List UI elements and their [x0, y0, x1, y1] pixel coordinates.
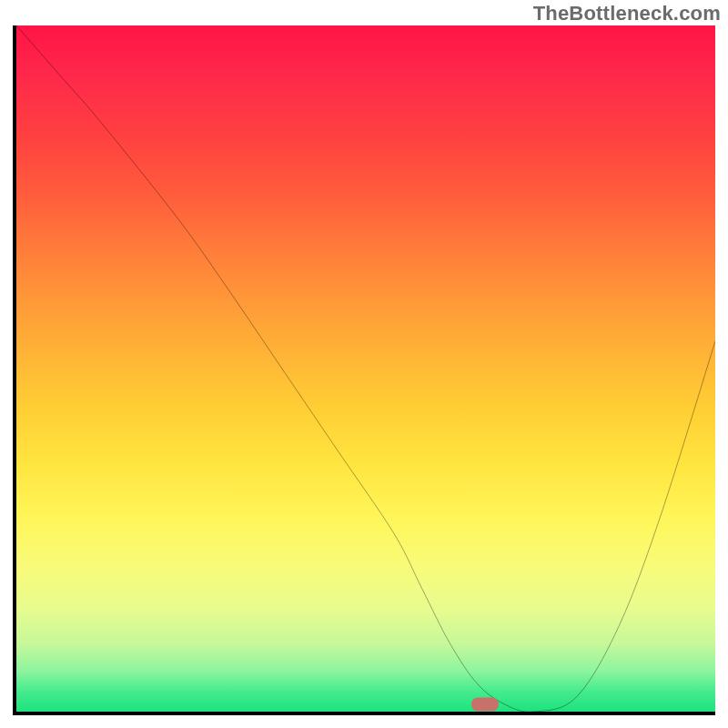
bottleneck-line [16, 25, 715, 712]
plot-area [13, 25, 715, 715]
chart-container: TheBottleneck.com [0, 0, 728, 728]
watermark-label: TheBottleneck.com [533, 2, 721, 25]
optimal-marker-icon [471, 698, 499, 712]
